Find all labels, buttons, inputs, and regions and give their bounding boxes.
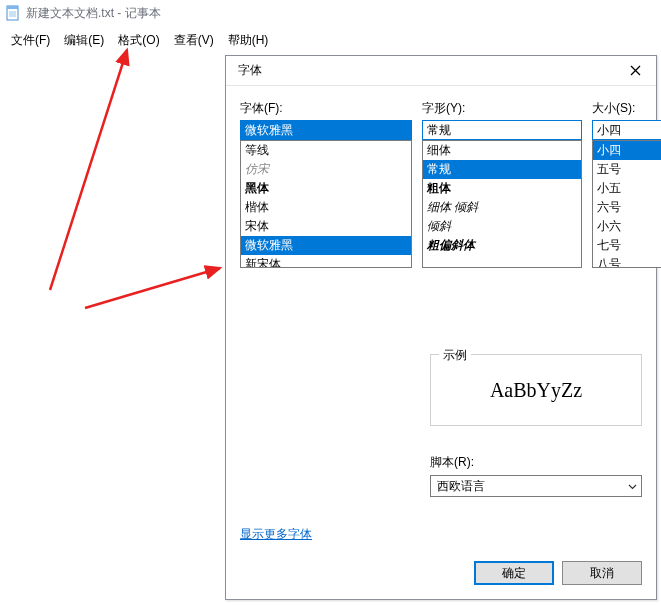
font-dialog: 字体 字体(F): 等线 仿宋 黑体 楷体 宋体 微软雅黑 新宋体 [225, 55, 657, 600]
chevron-down-icon [628, 481, 637, 492]
list-item[interactable]: 小五 [593, 179, 661, 198]
list-item[interactable]: 细体 倾斜 [423, 198, 581, 217]
list-item[interactable]: 微软雅黑 [241, 236, 411, 255]
notepad-titlebar: 新建文本文档.txt - 记事本 [0, 0, 661, 26]
list-item[interactable]: 楷体 [241, 198, 411, 217]
svg-line-8 [85, 268, 220, 308]
font-style-label: 字形(Y): [422, 100, 582, 117]
list-item[interactable]: 常规 [423, 160, 581, 179]
font-size-input[interactable] [592, 120, 661, 140]
menubar: 文件(F) 编辑(E) 格式(O) 查看(V) 帮助(H) [0, 26, 661, 57]
list-item[interactable]: 粗体 [423, 179, 581, 198]
list-item[interactable]: 细体 [423, 141, 581, 160]
list-item[interactable]: 宋体 [241, 217, 411, 236]
font-name-input[interactable] [240, 120, 412, 140]
list-item[interactable]: 新宋体 [241, 255, 411, 268]
cancel-button[interactable]: 取消 [562, 561, 642, 585]
script-dropdown[interactable]: 西欧语言 [430, 475, 642, 497]
list-item[interactable]: 倾斜 [423, 217, 581, 236]
menu-edit[interactable]: 编辑(E) [57, 30, 111, 51]
menu-file[interactable]: 文件(F) [4, 30, 57, 51]
dialog-title: 字体 [238, 62, 262, 79]
list-item[interactable]: 黑体 [241, 179, 411, 198]
show-more-fonts-link[interactable]: 显示更多字体 [240, 526, 312, 543]
list-item[interactable]: 小六 [593, 217, 661, 236]
sample-text: AaBbYyZz [431, 355, 641, 425]
ok-button[interactable]: 确定 [474, 561, 554, 585]
menu-format[interactable]: 格式(O) [111, 30, 166, 51]
script-label: 脚本(R): [430, 454, 642, 471]
close-icon[interactable] [620, 59, 650, 83]
script-value: 西欧语言 [437, 478, 485, 495]
sample-label: 示例 [439, 347, 471, 364]
font-style-input[interactable] [422, 120, 582, 140]
notepad-icon [6, 5, 20, 21]
list-item[interactable]: 六号 [593, 198, 661, 217]
list-item[interactable]: 八号 [593, 255, 661, 268]
font-name-label: 字体(F): [240, 100, 412, 117]
list-item[interactable]: 等线 [241, 141, 411, 160]
notepad-title: 新建文本文档.txt - 记事本 [26, 5, 161, 22]
annotation-arrow-1 [40, 40, 240, 300]
list-item[interactable]: 仿宋 [241, 160, 411, 179]
list-item[interactable]: 粗偏斜体 [423, 236, 581, 255]
dialog-titlebar[interactable]: 字体 [226, 56, 656, 86]
font-name-listbox[interactable]: 等线 仿宋 黑体 楷体 宋体 微软雅黑 新宋体 [240, 140, 412, 268]
menu-view[interactable]: 查看(V) [167, 30, 221, 51]
list-item[interactable]: 七号 [593, 236, 661, 255]
list-item[interactable]: 小四 [593, 141, 661, 160]
annotation-arrow-2 [80, 258, 240, 318]
svg-rect-1 [7, 6, 18, 9]
list-item[interactable]: 五号 [593, 160, 661, 179]
font-size-label: 大小(S): [592, 100, 661, 117]
menu-help[interactable]: 帮助(H) [221, 30, 276, 51]
svg-line-6 [50, 50, 127, 290]
font-style-listbox[interactable]: 细体 常规 粗体 细体 倾斜 倾斜 粗偏斜体 [422, 140, 582, 268]
sample-groupbox: 示例 AaBbYyZz [430, 354, 642, 426]
font-size-listbox[interactable]: 小四 五号 小五 六号 小六 七号 八号 [592, 140, 661, 268]
